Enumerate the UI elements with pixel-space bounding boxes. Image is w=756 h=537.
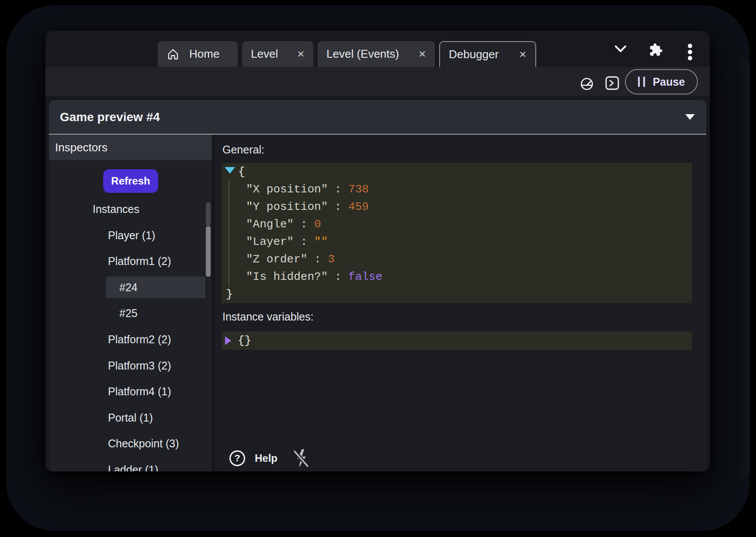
game-preview-header[interactable]: Game preview #4 — [49, 100, 706, 134]
json-value: 0 — [314, 218, 321, 231]
profiler-gauge-icon[interactable] — [580, 77, 594, 91]
tree-item-label: Instances — [93, 203, 139, 215]
inspectors-header: Inspectors — [49, 135, 212, 160]
tab-label: Debugger — [449, 48, 499, 61]
json-key: "Angle" : — [246, 218, 314, 231]
tree-item-label: Ladder (1) — [108, 464, 158, 471]
tab-label: Level (Events) — [326, 47, 399, 61]
json-value: 738 — [348, 183, 369, 196]
chevron-down-icon[interactable] — [615, 45, 626, 53]
json-key: "Z order" : — [246, 253, 328, 266]
help-row: ? Help — [229, 448, 311, 469]
tree-item--24[interactable]: #24 — [49, 274, 212, 300]
inspector-detail-panel: General: { "X position" : 738"Y position… — [215, 135, 706, 471]
game-preview-card: Game preview #4 InstancesPlayer (1)Platf… — [49, 100, 706, 471]
json-close-brace: } — [222, 286, 692, 303]
tab-label: Home — [189, 47, 219, 61]
tree-item-label: #25 — [119, 307, 138, 319]
tab-debugger[interactable]: Debugger✕ — [439, 41, 536, 67]
game-preview-title: Game preview #4 — [60, 110, 160, 124]
console-icon[interactable] — [605, 76, 619, 90]
backdrop-edge-glow — [739, 58, 750, 478]
json-property: "X position" : 738 — [222, 181, 692, 198]
tree-item-platform1-2-[interactable]: Platform1 (2) — [49, 248, 212, 274]
json-key: "X position" : — [246, 183, 348, 196]
inspectors-sidebar: InstancesPlayer (1)Platform1 (2)#24#25Pl… — [49, 135, 212, 471]
json-property: "Y position" : 459 — [222, 198, 692, 216]
pause-icon — [638, 77, 645, 87]
inspectors-header-label: Inspectors — [55, 141, 108, 154]
tree-item-label: Platform1 (2) — [108, 255, 171, 267]
tab-label: Level — [251, 47, 278, 61]
tree-item--25[interactable]: #25 — [49, 300, 212, 326]
general-section-label: General: — [222, 143, 264, 156]
tree-item-ladder-1-[interactable]: Ladder (1) — [49, 457, 212, 471]
kebab-menu-icon[interactable] — [688, 44, 692, 60]
close-tab-icon[interactable]: ✕ — [418, 49, 426, 59]
tree-item-platform3-2-[interactable]: Platform3 (2) — [49, 352, 212, 379]
extensions-puzzle-icon[interactable] — [649, 43, 663, 57]
chevron-down-icon[interactable] — [685, 114, 695, 120]
instance-variables-label: Instance variables: — [222, 310, 313, 323]
tab-home[interactable]: Home — [158, 41, 238, 67]
tree-item-label: Checkpoint (3) — [108, 437, 179, 450]
json-open-brace: { — [222, 163, 692, 181]
tree-item-label: #24 — [119, 281, 138, 293]
tree-item-label: Player (1) — [108, 229, 155, 241]
title-bar: HomeLevel✕Level (Events)✕Debugger✕ — [45, 31, 710, 67]
json-properties: "X position" : 738"Y position" : 459"Ang… — [222, 181, 692, 286]
expand-triangle-icon[interactable] — [225, 336, 231, 345]
tree-item-portal-1-[interactable]: Portal (1) — [49, 404, 212, 431]
app-window: HomeLevel✕Level (Events)✕Debugger✕ Paus — [45, 31, 710, 471]
tree-item-platform2-2-[interactable]: Platform2 (2) — [49, 326, 212, 352]
close-tab-icon[interactable]: ✕ — [519, 50, 527, 59]
tree-item-checkpoint-3-[interactable]: Checkpoint (3) — [49, 430, 212, 457]
tree-item-platform4-1-[interactable]: Platform4 (1) — [49, 378, 212, 404]
tab-level-events-[interactable]: Level (Events)✕ — [318, 41, 435, 67]
json-key: "Is hidden?" : — [246, 270, 348, 283]
pause-button-label: Pause — [653, 76, 685, 88]
general-json-viewer: { "X position" : 738"Y position" : 459"A… — [222, 163, 692, 303]
instance-variables-viewer: {} — [222, 331, 692, 350]
json-value: 459 — [348, 200, 369, 213]
json-property: "Layer" : "" — [222, 233, 692, 251]
close-tab-icon[interactable]: ✕ — [297, 49, 305, 59]
tree-item-label: Platform2 (2) — [108, 333, 171, 345]
help-icon[interactable]: ? — [229, 450, 245, 466]
instance-variables-value: {} — [238, 332, 251, 349]
tree-item-label: Platform4 (1) — [108, 385, 171, 398]
json-key: "Y position" : — [246, 200, 348, 213]
json-property: "Z order" : 3 — [222, 251, 692, 268]
json-property: "Is hidden?" : false — [222, 268, 692, 286]
json-value: "" — [314, 235, 328, 248]
collapse-triangle-icon[interactable] — [225, 167, 235, 174]
indent-guide — [229, 181, 229, 286]
sidebar-scrollbar-thumb[interactable] — [206, 226, 211, 277]
home-icon — [166, 48, 180, 61]
tree-item-label: Platform3 (2) — [108, 359, 171, 372]
tree-item-player-1-[interactable]: Player (1) — [49, 222, 212, 248]
json-key: "Layer" : — [246, 235, 314, 248]
refresh-button[interactable]: Refresh — [103, 169, 158, 193]
tab-strip: HomeLevel✕Level (Events)✕Debugger✕ — [158, 41, 536, 67]
debugger-toolbar: Pause — [45, 67, 710, 96]
pause-button[interactable]: Pause — [625, 69, 698, 94]
tree-item-label: Portal (1) — [108, 411, 153, 424]
panel-divider — [212, 135, 215, 471]
help-label[interactable]: Help — [255, 452, 277, 464]
flash-off-icon[interactable] — [291, 448, 311, 469]
json-value: false — [348, 270, 382, 283]
tree-item-instances[interactable]: Instances — [49, 196, 212, 222]
json-value: 3 — [328, 253, 335, 266]
tab-level[interactable]: Level✕ — [242, 41, 313, 67]
sidebar-scrollbar-track — [206, 202, 211, 226]
json-property: "Angle" : 0 — [222, 216, 692, 233]
